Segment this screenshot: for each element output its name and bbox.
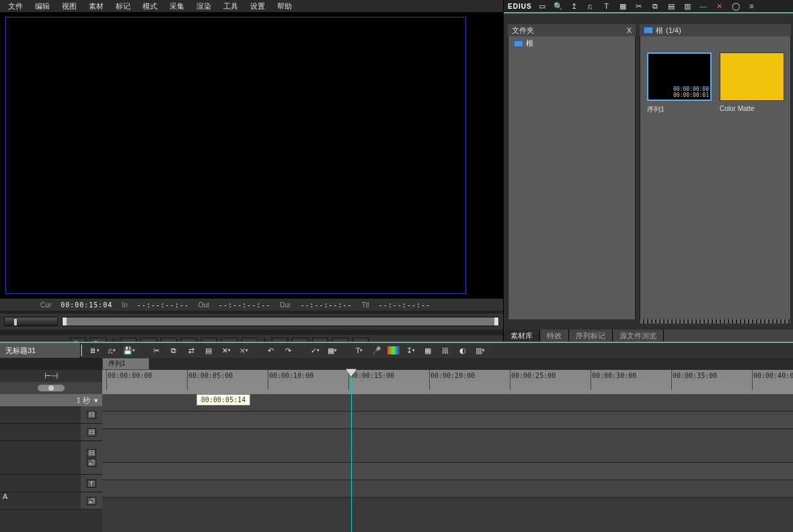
project-tab[interactable]: 无标题31 xyxy=(0,343,81,358)
ruler-tick: 00:00:15:00 xyxy=(350,372,394,379)
open-icon[interactable]: ⎌▾ xyxy=(105,344,118,356)
shuttle-knob[interactable] xyxy=(4,317,58,326)
delete-icon[interactable]: ✕▾ xyxy=(219,344,233,356)
menu-edit[interactable]: 编辑 xyxy=(30,1,55,12)
undo-icon[interactable]: ↶ xyxy=(264,344,277,356)
bin-count: (1/4) xyxy=(666,26,681,34)
ripple-del-icon[interactable]: ⤫▾ xyxy=(237,344,250,356)
render-icon[interactable]: ▦▾ xyxy=(326,344,339,356)
timeline-body[interactable]: 00:00:00:00 00:00:05:00 00:00:10:00 00:0… xyxy=(102,370,793,532)
mixer-icon[interactable]: 𝍄 xyxy=(439,344,452,356)
bin-item-sequence[interactable]: 00:00:00:00 00:00:00:01 序列1 xyxy=(647,52,712,114)
timeline-track-t[interactable] xyxy=(102,463,793,480)
replace-icon[interactable]: ▤ xyxy=(202,344,215,356)
menu-help[interactable]: 帮助 xyxy=(272,1,297,12)
scrub-row xyxy=(0,313,503,330)
layout-icon[interactable]: ▦ xyxy=(421,344,435,356)
track-v1[interactable]: 日 xyxy=(0,424,102,441)
colorcorr-icon[interactable] xyxy=(387,346,400,354)
speaker-icon[interactable]: 🔊 xyxy=(87,459,96,467)
cut-icon[interactable]: ✂ xyxy=(149,344,163,356)
scissor-icon[interactable]: ✂ xyxy=(633,1,645,11)
timeline-track-a[interactable] xyxy=(102,480,793,498)
track-va[interactable]: 日🔊 xyxy=(0,441,102,475)
ruler-tick: 00:00:10:00 xyxy=(269,372,313,379)
edius-toolbar: EDIUS ▭ 🔍 ↥ ⎌ T ▦ ✂ ⧉ ▤ ▥ — ✕ ◯ ≡ xyxy=(504,0,793,12)
scale-knob[interactable] xyxy=(38,385,65,391)
menu-capture[interactable]: 采集 xyxy=(164,1,190,12)
menu-view[interactable]: 视图 xyxy=(56,1,82,12)
props-icon[interactable]: ▥ xyxy=(681,1,693,11)
time-ruler[interactable]: 00:00:00:00 00:00:05:00 00:00:10:00 00:0… xyxy=(102,370,793,394)
out-value[interactable]: --:--:--:-- xyxy=(219,301,270,309)
track-t[interactable]: T xyxy=(0,475,102,492)
export-icon[interactable]: ↧▾ xyxy=(404,344,417,356)
bin-tab-source[interactable]: 源文件浏览 xyxy=(613,330,664,342)
menu-mode[interactable]: 模式 xyxy=(137,1,163,12)
redo-icon[interactable]: ↷ xyxy=(281,344,295,356)
ruler-tick: 00:00:05:00 xyxy=(188,372,233,379)
bin-tab-effects[interactable]: 特效 xyxy=(540,330,569,342)
capture-icon[interactable]: ⎌ xyxy=(584,1,597,11)
add-icon[interactable]: — xyxy=(697,1,710,11)
scrub-out-handle[interactable] xyxy=(494,317,498,326)
scrub-slider[interactable] xyxy=(62,317,499,326)
ttl-value: --:--:--:-- xyxy=(379,301,430,309)
sequence-tab[interactable]: 序列1 xyxy=(102,358,149,370)
track-a[interactable]: A🔊 xyxy=(0,492,102,510)
menu-marker[interactable]: 标记 xyxy=(110,1,136,12)
copy-icon[interactable]: ⧉ xyxy=(649,1,661,11)
timeline-toolbar: 🗎▾ ⎌▾ 💾▾ ✂ ⧉ ⇄ ▤ ✕▾ ⤫▾ ↶ ↷ ✓▾ ▦▾ T▾ 🎤 ↧▾… xyxy=(81,344,793,356)
menu-render[interactable]: 渲染 xyxy=(191,1,217,12)
bin-tab-markers[interactable]: 序列标记 xyxy=(569,330,613,342)
up-icon[interactable]: ↥ xyxy=(568,1,580,11)
color-icon[interactable]: ▦ xyxy=(617,1,629,11)
timeline-track-va[interactable] xyxy=(102,429,793,463)
cur-value[interactable]: 00:00:15:04 xyxy=(61,301,112,309)
visibility-toggle[interactable]: 日 xyxy=(87,428,96,436)
cur-label: Cur xyxy=(40,301,51,309)
marker-icon[interactable]: ✓▾ xyxy=(308,344,322,356)
ripple-icon[interactable]: ⇄ xyxy=(184,344,198,356)
menu-tools[interactable]: 工具 xyxy=(218,1,243,12)
new-icon[interactable]: 🗎▾ xyxy=(87,344,101,356)
save-icon[interactable]: 💾▾ xyxy=(122,344,136,356)
playhead[interactable] xyxy=(351,370,352,532)
misc-icon[interactable]: ◯ xyxy=(730,1,742,11)
title-icon[interactable]: T▾ xyxy=(352,344,366,356)
snap-icon[interactable]: ⊢⊣ xyxy=(44,371,58,381)
ttl-label: Ttl xyxy=(362,301,369,309)
timeline-track-v1[interactable] xyxy=(102,412,793,429)
title-icon[interactable]: T xyxy=(601,1,613,11)
menu-settings[interactable]: 设置 xyxy=(245,1,270,12)
menu-file[interactable]: 文件 xyxy=(3,1,28,12)
preview-viewport[interactable] xyxy=(5,17,466,294)
paste-icon[interactable]: ▤ xyxy=(665,1,677,11)
folder-close-icon[interactable]: X xyxy=(627,26,632,34)
dropdown-icon[interactable]: ▾ xyxy=(94,396,98,405)
bin-tab-library[interactable]: 素材库 xyxy=(504,330,540,342)
copy-icon[interactable]: ⧉ xyxy=(167,344,180,356)
in-value[interactable]: --:--:--:-- xyxy=(137,301,189,309)
view-icon[interactable]: ≡ xyxy=(746,1,758,11)
panel-icon[interactable]: ▥▾ xyxy=(474,344,487,356)
scope-icon[interactable]: ◐ xyxy=(456,344,469,356)
folder-root[interactable]: 根 xyxy=(508,36,635,50)
timeline-pane: 无标题31 🗎▾ ⎌▾ 💾▾ ✂ ⧉ ⇄ ▤ ✕▾ ⤫▾ ↶ ↷ ✓▾ ▦▾ T… xyxy=(0,342,793,532)
search-icon[interactable]: 🔍 xyxy=(552,1,564,11)
folder-panel: 文件夹 X 根 xyxy=(508,24,636,320)
folder-icon[interactable]: ▭ xyxy=(536,1,548,11)
scrub-in-handle[interactable] xyxy=(63,317,67,326)
zoom-value[interactable]: 1 秒 xyxy=(77,395,90,406)
bin-item-colormatte[interactable]: Color Matte xyxy=(720,52,784,114)
delete-icon[interactable]: ✕ xyxy=(714,1,726,11)
visibility-toggle[interactable]: 日 xyxy=(87,411,96,419)
snap-row: ⊢⊣ xyxy=(0,370,102,382)
voiceover-icon[interactable]: 🎤 xyxy=(370,344,383,356)
player-pane: Cur 00:00:15:04 In --:--:--:-- Out --:--… xyxy=(0,12,503,342)
speaker-icon[interactable]: 🔊 xyxy=(87,497,96,505)
title-toggle[interactable]: T xyxy=(87,480,96,488)
visibility-toggle[interactable]: 日 xyxy=(87,449,96,457)
menu-clip[interactable]: 素材 xyxy=(83,1,109,12)
track-v2[interactable]: 日 xyxy=(0,406,102,424)
